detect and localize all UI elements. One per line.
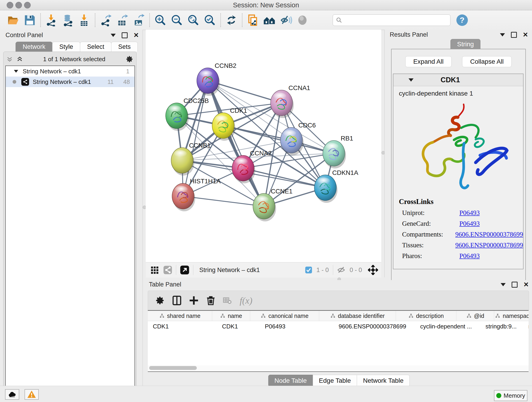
column-header-namespac[interactable]: namespac bbox=[494, 311, 529, 321]
control-panel-menu-icon[interactable] bbox=[111, 34, 116, 37]
node-CDC6[interactable] bbox=[280, 128, 304, 155]
entry-collapse-icon[interactable] bbox=[409, 78, 413, 82]
memory-button[interactable]: Memory bbox=[494, 390, 527, 401]
node-CDK1[interactable] bbox=[212, 113, 235, 141]
table-cell[interactable]: 9606.ENSP00000378699 bbox=[334, 321, 415, 332]
edge-CDK1-RB1[interactable] bbox=[223, 126, 334, 153]
tab-select[interactable]: Select bbox=[80, 42, 111, 51]
export-table-button[interactable] bbox=[114, 13, 131, 27]
level-of-detail-button[interactable] bbox=[294, 13, 311, 27]
import-network-file-button[interactable] bbox=[43, 13, 60, 27]
node-RB1[interactable] bbox=[323, 140, 346, 168]
results-panel-menu-icon[interactable] bbox=[500, 33, 505, 36]
zoom-selected-button[interactable] bbox=[202, 13, 218, 27]
import-table-file-button[interactable] bbox=[76, 13, 93, 27]
crosslink-label: Tissues: bbox=[402, 241, 455, 249]
hidden-eye-icon[interactable] bbox=[337, 266, 346, 274]
tab-network[interactable]: Network bbox=[16, 42, 52, 51]
grid-view-button[interactable] bbox=[150, 265, 159, 274]
node-CCNA2[interactable] bbox=[232, 155, 255, 183]
edge-CCNB2-CCNE1[interactable] bbox=[208, 81, 264, 206]
save-session-button[interactable] bbox=[22, 13, 38, 27]
selected-checkbox[interactable] bbox=[305, 266, 312, 274]
entry-header[interactable]: CDK1 bbox=[393, 74, 523, 86]
crosslink-link[interactable]: 9606.ENSP00000378699 bbox=[455, 230, 523, 238]
column-header--id[interactable]: @id bbox=[456, 311, 494, 321]
collection-expand-icon[interactable] bbox=[14, 70, 18, 73]
table-cell[interactable]: stringdb bbox=[523, 321, 529, 332]
clone-network-button[interactable] bbox=[245, 13, 261, 27]
column-header-database-identifier[interactable]: database identifier bbox=[319, 311, 396, 321]
node-CCNB2[interactable] bbox=[197, 68, 220, 96]
refresh-layout-button[interactable] bbox=[223, 13, 240, 27]
warnings-button[interactable] bbox=[25, 389, 39, 400]
open-session-button[interactable] bbox=[5, 13, 22, 27]
node-HIST1H1A[interactable] bbox=[172, 183, 195, 211]
tab-style[interactable]: Style bbox=[52, 42, 80, 51]
table-horizontal-scrollbar[interactable] bbox=[148, 365, 529, 370]
tab-string[interactable]: String bbox=[450, 39, 481, 50]
zoom-in-icon bbox=[154, 14, 167, 26]
expand-all-button[interactable]: Expand All bbox=[405, 56, 452, 67]
edge-HIST1H1A-CCNE1[interactable] bbox=[183, 196, 264, 206]
node-CCNA1[interactable] bbox=[271, 90, 294, 118]
node-CDKN1A[interactable] bbox=[314, 175, 337, 203]
results-panel-close-icon[interactable]: ✕ bbox=[523, 32, 528, 38]
network-overview-button[interactable] bbox=[261, 13, 278, 27]
node-CCNE1[interactable] bbox=[253, 193, 276, 221]
table-cell[interactable]: CDK1 bbox=[217, 321, 260, 332]
table-cell[interactable]: cyclin-dependent ... bbox=[415, 321, 481, 332]
crosslink-link[interactable]: P06493 bbox=[459, 220, 480, 227]
collapse-all-icon[interactable] bbox=[6, 56, 13, 63]
crosslink-link[interactable]: P06493 bbox=[459, 209, 480, 217]
expand-all-icon[interactable] bbox=[16, 56, 23, 63]
table-settings-button[interactable] bbox=[155, 295, 165, 306]
hidden-counts: 0 - 0 bbox=[350, 267, 362, 274]
string-view-button[interactable] bbox=[163, 265, 172, 274]
table-cell[interactable]: stringdb:9... bbox=[481, 321, 523, 332]
control-panel-close-icon[interactable]: ✕ bbox=[133, 32, 139, 38]
network-row-selected[interactable]: String Network – cdk1 11 48 bbox=[6, 77, 134, 87]
table-cell[interactable]: P06493 bbox=[260, 321, 334, 332]
open-in-browser-button[interactable] bbox=[180, 265, 190, 275]
crosslink-link[interactable]: P06493 bbox=[459, 252, 480, 260]
column-header-canonical-name[interactable]: canonical name bbox=[250, 311, 319, 321]
table-row[interactable]: CDK1CDK1P064939606.ENSP00000378699cyclin… bbox=[148, 321, 529, 332]
hide-graphics-details-button[interactable] bbox=[278, 13, 294, 27]
table-panel-float-icon[interactable] bbox=[512, 282, 518, 288]
tab-node-table[interactable]: Node Table bbox=[268, 375, 313, 387]
export-image-button[interactable] bbox=[131, 13, 147, 27]
tab-edge-table[interactable]: Edge Table bbox=[313, 375, 357, 387]
table-panel-close-icon[interactable]: ✕ bbox=[524, 281, 529, 288]
scrollbar-thumb[interactable] bbox=[149, 366, 197, 370]
show-columns-button[interactable] bbox=[172, 295, 182, 306]
crosslink-link[interactable]: 9606.ENSP00000378699 bbox=[455, 241, 523, 249]
network-canvas[interactable]: CCNB2CCNA1CDC25BCDK1CDC6RB1CCNB1CCNA2CDK… bbox=[146, 30, 381, 262]
table-panel-menu-icon[interactable] bbox=[500, 283, 506, 286]
zoom-fit-button[interactable] bbox=[185, 13, 202, 27]
node-table[interactable]: shared namenamecanonical namedatabase id… bbox=[148, 310, 529, 372]
search-input[interactable] bbox=[333, 14, 450, 26]
collapse-all-button[interactable]: Collapse All bbox=[462, 56, 512, 67]
tab-network-table[interactable]: Network Table bbox=[357, 375, 410, 387]
table-cell[interactable]: CDK1 bbox=[148, 321, 217, 332]
column-header-name[interactable]: name bbox=[212, 311, 250, 321]
column-header-shared-name[interactable]: shared name bbox=[148, 311, 212, 321]
results-panel-float-icon[interactable] bbox=[511, 32, 517, 38]
zoom-in-button[interactable] bbox=[152, 13, 169, 27]
tab-sets[interactable]: Sets bbox=[111, 42, 138, 51]
birdseye-view-button[interactable] bbox=[368, 265, 378, 275]
network-collection-row[interactable]: String Network – cdk1 1 bbox=[6, 66, 134, 77]
node-CDC25B[interactable] bbox=[166, 103, 189, 131]
delete-column-button[interactable] bbox=[206, 295, 216, 306]
control-panel-float-icon[interactable] bbox=[122, 32, 128, 38]
houses-icon bbox=[263, 14, 276, 26]
zoom-out-button[interactable] bbox=[169, 13, 185, 27]
import-network-database-button[interactable] bbox=[60, 13, 76, 27]
cloud-button[interactable] bbox=[5, 389, 19, 400]
export-network-button[interactable] bbox=[98, 13, 114, 27]
help-button[interactable]: ? bbox=[456, 14, 468, 26]
add-column-button[interactable] bbox=[189, 295, 199, 306]
gear-icon[interactable] bbox=[125, 55, 133, 63]
column-header-description[interactable]: description bbox=[396, 311, 456, 321]
